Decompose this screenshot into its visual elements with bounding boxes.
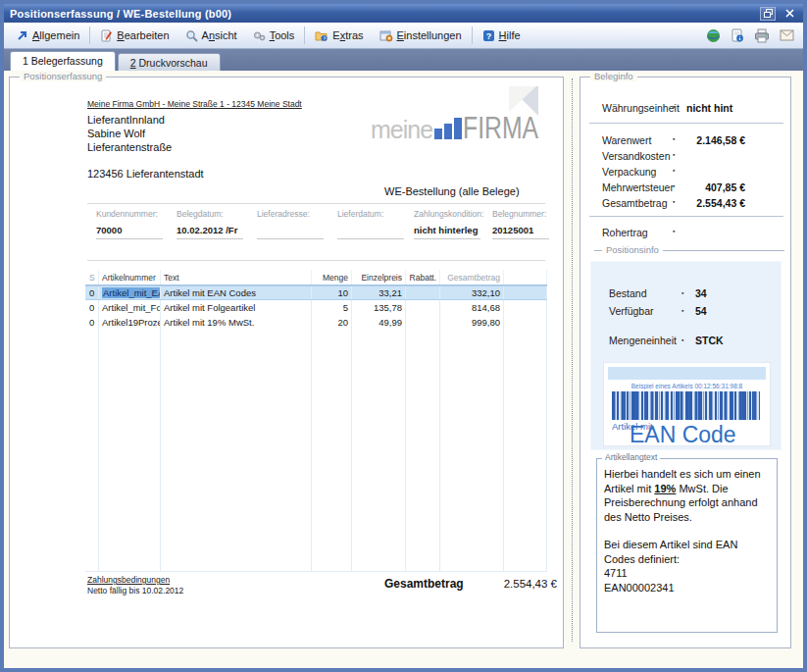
recipient-city: 123456 Lieferantenstadt	[87, 168, 204, 180]
table-row[interactable]: 0 Artikel19Prozent Artikel mit 19% MwSt.…	[85, 315, 547, 330]
tab-druckvorschau[interactable]: 2 Druckvorschau	[118, 53, 221, 71]
magnifier-icon	[185, 29, 198, 42]
positionsinfo-row: Mengeneinheit ▪ STCK	[591, 335, 781, 348]
beleginfo-row: Gesamtbetrag ▪ 2.554,43 €	[580, 196, 790, 210]
positionsinfo-row: Verfügbar ▪ 54	[591, 305, 781, 319]
positionsinfo-label: Positionsinfo	[602, 244, 663, 255]
panel-splitter[interactable]	[572, 78, 573, 642]
field-value[interactable]	[337, 225, 410, 236]
menu-label: Einstellungen	[397, 29, 462, 41]
beleginfo-row: Rohertrag ▪	[580, 226, 790, 239]
positionsinfo-row: Bestand ▪ 34	[591, 287, 781, 301]
menu-bearbeiten[interactable]: Bearbeiten	[92, 26, 177, 45]
menu-hilfe[interactable]: ? Hilfe	[475, 26, 529, 45]
field-lieferdatum: Lieferdatum:	[337, 209, 410, 239]
menu-extras[interactable]: Extras	[307, 26, 371, 45]
barcode-caption: Beispiel eines Artikels 00:12:56:31:98:8	[604, 383, 770, 389]
menu-ansicht[interactable]: Ansicht	[177, 26, 245, 45]
company-logo: meine FIRMA	[371, 117, 558, 140]
beleginfo-row: Währungseinheit ▪ nicht hint	[580, 101, 790, 115]
zahlungsbedingungen-link[interactable]: Zahlungsbedingungen	[87, 575, 170, 585]
svg-text:?: ?	[485, 31, 491, 41]
logo-word-meine: meine	[371, 119, 432, 140]
titlebar: Positionserfassung / WE-Bestellung (b00)	[4, 4, 803, 23]
artikellangtext-ean-1: 4711	[604, 566, 771, 581]
recipient-name: LieferantInnland	[87, 113, 172, 127]
close-window-icon[interactable]	[782, 7, 797, 21]
artikellangtext-paragraph: Hierbei handelt es sich um einen Artikel…	[604, 467, 771, 524]
field-value[interactable]: 10.02.2012 /Fr	[177, 225, 249, 236]
beleginfo-row: Mehrwertsteuer ▪ 407,85 €	[580, 181, 790, 194]
gears-icon	[253, 29, 266, 42]
artikellangtext-ean-intro: Bei diesem Artikel sind EAN Codes defini…	[604, 538, 771, 566]
menu-allgemein[interactable]: Allgemein	[8, 26, 87, 45]
table-empty-area[interactable]	[85, 330, 547, 571]
gesamtbetrag-value: 2.554,43 €	[449, 578, 557, 590]
field-value[interactable]: 20125001	[492, 225, 565, 236]
table-row[interactable]: 0 Artikel_mit_Folgeartikel Artikel mit F…	[85, 300, 547, 315]
field-lieferadresse: Lieferadresse:	[257, 209, 329, 239]
field-value[interactable]: 70000	[96, 225, 169, 236]
content-area: Positionserfassung Meine Firma GmbH - Me…	[4, 71, 803, 668]
bullet-icon: ▪	[681, 289, 683, 296]
arrow-ne-icon	[16, 29, 28, 42]
window-title: Positionserfassung / WE-Bestellung (b00)	[10, 8, 231, 20]
artikellangtext-box[interactable]: Artikellangtext Hierbei handelt es sich …	[596, 458, 778, 633]
printer-icon[interactable]	[749, 26, 775, 45]
positions-table: S Artikelnummer Text Menge Einzelpreis R…	[85, 270, 547, 572]
menu-separator	[89, 26, 90, 44]
table-bottom-line	[85, 571, 547, 572]
menu-separator	[472, 26, 473, 44]
positionsinfo-panel: Bestand ▪ 34 Verfügbar ▪ 54 Mengeneinhei…	[590, 261, 782, 450]
barcode-header-strip	[608, 367, 766, 380]
logo-bars-icon	[434, 118, 462, 139]
bullet-icon: ▪	[673, 151, 675, 158]
recipient-address: LieferantInnland Sabine Wolf Lieferanten…	[87, 113, 172, 154]
tab-belegerfassung[interactable]: 1 Belegerfassung	[10, 51, 116, 71]
mail-icon[interactable]	[775, 27, 799, 43]
recipient-street: Lieferantenstraße	[87, 140, 172, 154]
menubar: Allgemein Bearbeiten Ansicht Tools	[4, 23, 803, 49]
menu-einstellungen[interactable]: Einstellungen	[372, 26, 470, 45]
page-corner-fold-icon	[509, 86, 536, 112]
tab-bar: 1 Belegerfassung 2 Druckvorschau	[4, 49, 803, 71]
field-zahlungskondition: Zahlungskondition: nicht hinterleg	[414, 209, 486, 239]
logo-word-firma: FIRMA	[463, 117, 538, 140]
beleginfo-row: Versandkosten ▪	[580, 149, 790, 163]
folder-icon	[315, 29, 328, 42]
field-value[interactable]	[257, 225, 329, 236]
document-info-icon[interactable]	[726, 26, 749, 45]
separator	[589, 123, 783, 124]
barcode-icon	[612, 391, 760, 420]
menu-label: Extras	[332, 29, 363, 41]
beleginfo-group: Beleginfo Währungseinheit ▪ nicht hint W…	[580, 77, 791, 648]
field-value[interactable]: nicht hinterleg	[414, 225, 486, 236]
positionsinfo-header: Positionsinfo	[594, 250, 784, 251]
table-row[interactable]: 0 Artikel_mit_EAN Artikel mit EAN Codes …	[85, 285, 547, 300]
bullet-icon: ▪	[681, 336, 683, 343]
field-belegdatum: Belegdatum: 10.02.2012 /Fr	[177, 209, 249, 239]
restore-window-icon[interactable]	[760, 7, 776, 21]
ean-barcode-preview: Beispiel eines Artikels 00:12:56:31:98:8…	[603, 362, 771, 446]
edit-document-icon	[100, 29, 113, 42]
menu-label: Ansicht	[202, 29, 237, 41]
beleginfo-row: Warenwert ▪ 2.146,58 €	[580, 133, 790, 147]
barcode-text-line2: EAN Code	[630, 422, 736, 448]
bullet-icon: ▪	[673, 167, 675, 174]
menu-label: Allgemein	[32, 29, 79, 41]
bullet-icon: ▪	[673, 228, 675, 234]
separator	[589, 216, 783, 217]
bullet-icon: ▪	[673, 103, 675, 110]
beleginfo-row: Verpackung ▪	[580, 165, 790, 179]
beleginfo-group-label: Beleginfo	[590, 71, 637, 81]
menu-label: Tools	[270, 29, 295, 41]
menu-separator	[304, 26, 305, 44]
field-kundennummer: Kundennummer: 70000	[96, 209, 169, 239]
positionserfassung-group: Positionserfassung Meine Firma GmbH - Me…	[9, 77, 564, 648]
globe-icon[interactable]	[701, 26, 726, 45]
selected-cell: Artikel_mit_EAN	[102, 287, 161, 298]
table-header: S Artikelnummer Text Menge Einzelpreis R…	[85, 270, 547, 285]
help-icon: ?	[482, 29, 495, 42]
menu-tools[interactable]: Tools	[245, 26, 303, 45]
menu-label: Bearbeiten	[117, 29, 169, 41]
